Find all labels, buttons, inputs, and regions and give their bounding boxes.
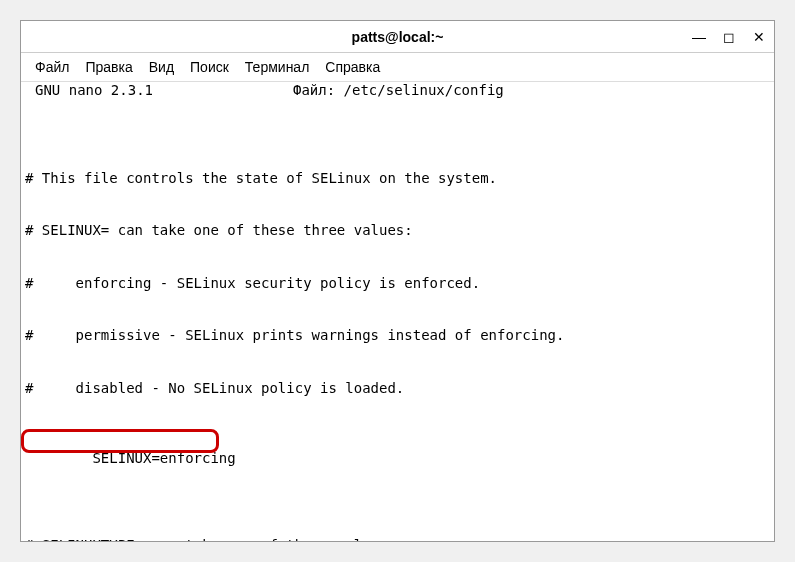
- editor-line: # SELINUXTYPE= can take one of three val…: [21, 537, 774, 541]
- menubar: Файл Правка Вид Поиск Терминал Справка: [21, 53, 774, 82]
- menu-view[interactable]: Вид: [143, 57, 180, 77]
- editor-line: # permissive - SELinux prints warnings i…: [21, 327, 774, 345]
- close-button[interactable]: ✕: [752, 29, 766, 45]
- editor-line: # enforcing - SELinux security policy is…: [21, 275, 774, 293]
- window-controls: — ◻ ✕: [692, 29, 766, 45]
- nano-header: GNU nano 2.3.1 Файл: /etc/selinux/config: [21, 82, 774, 100]
- selinux-setting: SELINUX=enforcing: [92, 450, 235, 466]
- window-title: patts@local:~: [352, 29, 444, 45]
- minimize-button[interactable]: —: [692, 29, 706, 45]
- editor-line: # This file controls the state of SELinu…: [21, 170, 774, 188]
- terminal-area[interactable]: GNU nano 2.3.1 Файл: /etc/selinux/config…: [21, 82, 774, 541]
- maximize-button[interactable]: ◻: [722, 29, 736, 45]
- editor-content[interactable]: # This file controls the state of SELinu…: [21, 100, 774, 542]
- menu-edit[interactable]: Правка: [79, 57, 138, 77]
- editor-line: # disabled - No SELinux policy is loaded…: [21, 380, 774, 398]
- menu-terminal[interactable]: Терминал: [239, 57, 315, 77]
- menu-search[interactable]: Поиск: [184, 57, 235, 77]
- menu-file[interactable]: Файл: [29, 57, 75, 77]
- nano-app-name: GNU nano 2.3.1: [35, 82, 153, 100]
- menu-help[interactable]: Справка: [319, 57, 386, 77]
- editor-line-highlighted: SELINUX=enforcing: [21, 432, 774, 502]
- titlebar: patts@local:~ — ◻ ✕: [21, 21, 774, 53]
- terminal-window: patts@local:~ — ◻ ✕ Файл Правка Вид Поис…: [20, 20, 775, 542]
- nano-file-path: Файл: /etc/selinux/config: [293, 82, 504, 100]
- editor-line: # SELINUX= can take one of these three v…: [21, 222, 774, 240]
